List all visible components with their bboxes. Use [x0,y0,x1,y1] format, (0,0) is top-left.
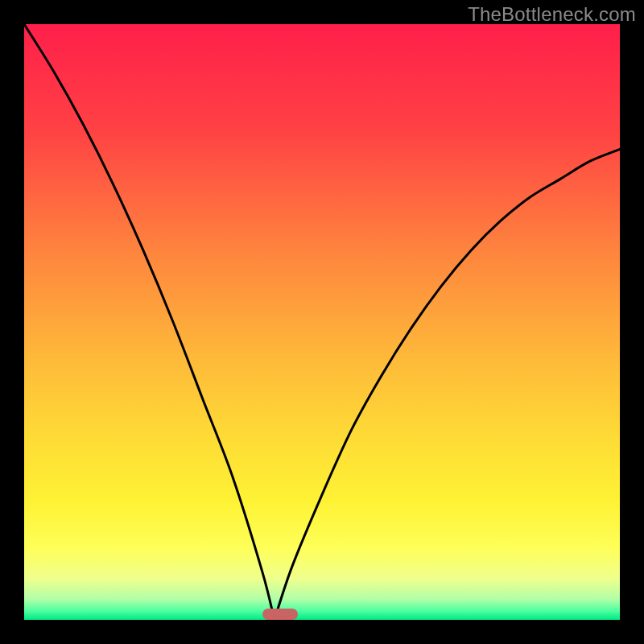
curve-right-branch [275,149,620,620]
min-marker [262,609,298,620]
curve-layer [24,24,620,620]
plot-area [24,24,620,620]
chart-frame: TheBottleneck.com [0,0,644,644]
curve-left-branch [24,24,275,620]
watermark-text: TheBottleneck.com [468,3,636,26]
